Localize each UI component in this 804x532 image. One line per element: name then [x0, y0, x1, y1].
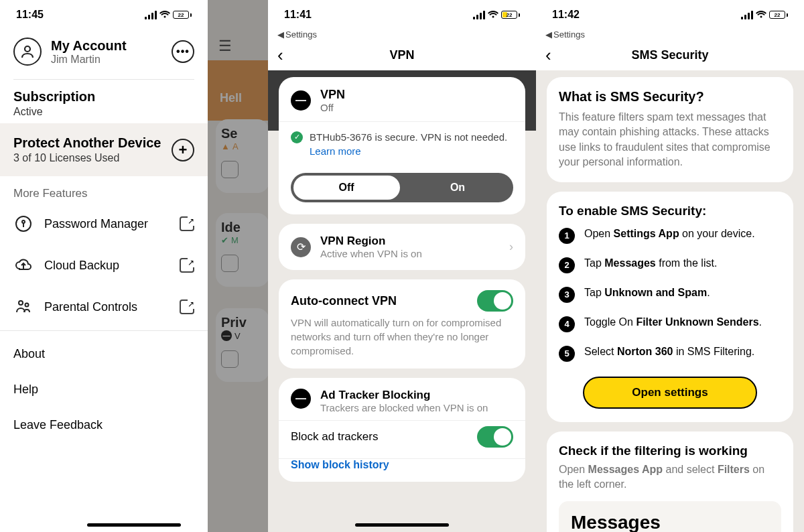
block-trackers-label: Block ad trackers	[291, 430, 378, 444]
region-title: VPN Region	[320, 235, 500, 248]
subscription-section[interactable]: Subscription Active	[0, 80, 208, 123]
toggle-on-label: On	[402, 182, 513, 194]
external-link-icon	[180, 300, 194, 314]
auto-connect-switch[interactable]	[477, 290, 513, 312]
screen-vpn: 11:41 22 ◀ Settings ‹ VPN — VPN Off	[268, 0, 536, 532]
account-title: My Account	[51, 38, 162, 54]
signal-icon	[473, 11, 485, 19]
protect-device-row[interactable]: Protect Another Device 3 of 10 Licenses …	[0, 123, 208, 176]
block-trackers-switch[interactable]	[477, 426, 513, 448]
signal-icon	[145, 11, 157, 19]
vpn-label: VPN	[320, 88, 345, 102]
feature-label: Cloud Backup	[44, 259, 169, 273]
wifi-icon	[756, 11, 766, 19]
home-indicator[interactable]	[87, 523, 181, 527]
parental-controls-icon	[13, 297, 34, 317]
what-is-card: What is SMS Security? This feature filte…	[547, 77, 793, 182]
what-heading: What is SMS Security?	[559, 89, 781, 105]
back-icon[interactable]: ‹	[277, 45, 283, 66]
check-body: Open Messages App and select Filters on …	[559, 462, 781, 492]
protect-licenses: 3 of 10 Licenses Used	[13, 152, 161, 164]
password-manager-icon	[13, 214, 34, 234]
back-icon[interactable]: ‹	[545, 45, 551, 66]
show-history-link[interactable]: Show block history	[279, 459, 525, 482]
check-heading: Check if the filtering is working	[559, 444, 781, 458]
svg-point-3	[19, 301, 23, 305]
step-4: 4Toggle On Filter Unknown Senders.	[559, 316, 781, 332]
breadcrumb-back[interactable]: ◀ Settings	[536, 29, 804, 40]
home-indicator[interactable]	[355, 523, 449, 527]
step-5: 5Select Norton 360 in SMS Filtering.	[559, 346, 781, 362]
add-device-icon[interactable]: +	[172, 139, 194, 161]
screen-sms-security: 11:42 22 ◀ Settings ‹ SMS Security What …	[536, 0, 804, 532]
feature-label: Password Manager	[44, 217, 169, 231]
chevron-right-icon: ›	[509, 240, 513, 254]
svg-point-2	[22, 220, 25, 223]
account-name: Jim Martin	[51, 54, 162, 66]
about-row[interactable]: About	[0, 336, 208, 372]
auto-connect-desc: VPN will automatically turn on for compr…	[279, 316, 525, 369]
ad-tracker-icon: —	[291, 389, 311, 409]
what-body: This feature filters spam text messages …	[559, 110, 781, 170]
password-manager-row[interactable]: Password Manager	[0, 203, 208, 245]
breadcrumb-back[interactable]: ◀ Settings	[268, 29, 536, 40]
status-bar: 11:45 22	[0, 0, 208, 29]
battery-icon: 22	[173, 11, 192, 19]
battery-icon: 22	[501, 11, 520, 19]
status-bar: 11:42 22	[536, 0, 804, 29]
wifi-icon	[488, 11, 498, 19]
open-settings-button[interactable]: Open settings	[583, 377, 757, 409]
enable-heading: To enable SMS Security:	[559, 204, 781, 218]
feedback-row[interactable]: Leave Feedback	[0, 407, 208, 443]
feature-label: Parental Controls	[44, 300, 169, 314]
more-features-label: More Features	[0, 176, 208, 203]
region-icon: ⟳	[291, 237, 311, 257]
page-title: SMS Security	[631, 48, 708, 62]
nav-bar: ‹ VPN	[268, 40, 536, 70]
secure-message: BTHub5-3676 is secure. VPN is not needed…	[310, 130, 513, 158]
auto-connect-title: Auto-connect VPN	[291, 294, 397, 308]
status-bar: 11:41 22	[268, 0, 536, 29]
help-row[interactable]: Help	[0, 372, 208, 407]
parental-controls-row[interactable]: Parental Controls	[0, 286, 208, 328]
svg-point-4	[25, 304, 29, 307]
step-3: 3Tap Unknown and Spam.	[559, 287, 781, 303]
learn-more-link[interactable]: Learn more	[310, 145, 361, 157]
more-menu-icon[interactable]: •••	[172, 40, 194, 63]
status-time: 11:41	[284, 9, 312, 21]
auto-connect-card: Auto-connect VPN VPN will automatically …	[279, 279, 525, 369]
screen-account: ☰ Hell Se▲A Ide✔M Priv—V 11:45 22 My Acc…	[0, 0, 268, 532]
toggle-off-label: Off	[291, 182, 402, 194]
vpn-toggle[interactable]: Off On	[291, 173, 513, 202]
ad-tracker-sub: Trackers are blocked when VPN is on	[320, 402, 488, 413]
check-filtering-card: Check if the filtering is working Open M…	[547, 431, 793, 532]
account-header[interactable]: My Account Jim Martin •••	[0, 29, 208, 74]
vpn-off-icon: —	[291, 90, 311, 111]
step-1: 1Open Settings App on your device.	[559, 228, 781, 244]
cloud-backup-row[interactable]: Cloud Backup	[0, 245, 208, 286]
subscription-status: Active	[13, 106, 194, 118]
vpn-region-row[interactable]: ⟳ VPN Region Active when VPN is on ›	[279, 224, 525, 270]
ad-tracker-title: Ad Tracker Blocking	[320, 389, 488, 402]
protect-title: Protect Another Device	[13, 135, 161, 151]
ad-tracker-card: — Ad Tracker Blocking Trackers are block…	[279, 378, 525, 482]
svg-point-0	[25, 46, 30, 52]
vpn-state: Off	[320, 102, 345, 113]
avatar-icon	[13, 38, 42, 66]
wifi-icon	[159, 11, 170, 19]
step-2: 2Tap Messages from the list.	[559, 257, 781, 273]
signal-icon	[741, 11, 753, 19]
battery-icon: 22	[769, 11, 788, 19]
page-title: VPN	[389, 48, 414, 62]
nav-bar: ‹ SMS Security	[536, 40, 804, 70]
cloud-backup-icon	[13, 255, 34, 275]
secure-check-icon: ✓	[291, 131, 303, 143]
external-link-icon	[180, 216, 194, 231]
status-time: 11:42	[552, 9, 580, 21]
enable-steps-card: To enable SMS Security: 1Open Settings A…	[547, 192, 793, 422]
status-time: 11:45	[16, 9, 44, 21]
vpn-status-card: — VPN Off ✓ BTHub5-3676 is secure. VPN i…	[279, 77, 525, 214]
overlay-dim[interactable]	[208, 0, 268, 532]
external-link-icon	[180, 258, 194, 273]
region-sub: Active when VPN is on	[320, 248, 500, 259]
